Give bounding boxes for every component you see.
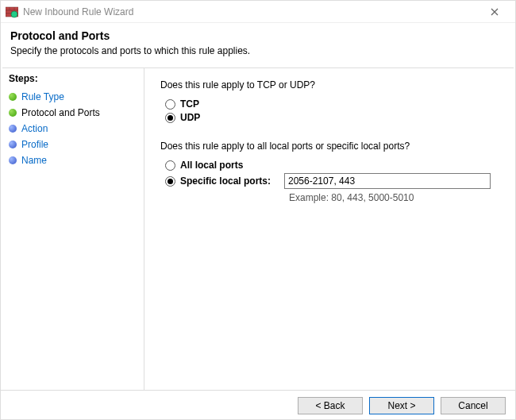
radio-label: All local ports [180, 160, 243, 171]
radio-udp[interactable]: UDP [165, 112, 499, 123]
radio-label: TCP [180, 98, 199, 110]
bullet-icon [9, 109, 17, 117]
radio-icon [165, 176, 175, 187]
wizard-footer: < Back Next > Cancel [1, 390, 515, 420]
svg-point-6 [11, 11, 17, 17]
step-protocol-and-ports[interactable]: Protocol and Ports [9, 105, 136, 121]
title-bar: New Inbound Rule Wizard [1, 1, 515, 23]
steps-heading: Steps: [9, 73, 136, 84]
radio-specific-local-ports[interactable]: Specific local ports: [165, 173, 499, 189]
protocol-radio-group: TCP UDP [165, 98, 499, 123]
radio-label: UDP [180, 112, 200, 123]
bullet-icon [9, 156, 17, 164]
cancel-button[interactable]: Cancel [441, 397, 506, 414]
bullet-icon [9, 93, 17, 101]
step-label: Protocol and Ports [21, 107, 100, 118]
ports-question: Does this rule apply to all local ports … [160, 141, 499, 152]
steps-sidebar: Steps: Rule Type Protocol and Ports Acti… [1, 68, 144, 390]
page-title: Protocol and Ports [10, 29, 506, 42]
radio-icon [165, 99, 175, 110]
wizard-body: Steps: Rule Type Protocol and Ports Acti… [1, 68, 515, 390]
close-icon[interactable] [479, 2, 510, 22]
specific-ports-input[interactable] [284, 173, 491, 189]
svg-rect-0 [6, 7, 18, 10]
radio-label: Specific local ports: [180, 175, 271, 187]
step-rule-type[interactable]: Rule Type [9, 89, 136, 105]
radio-tcp[interactable]: TCP [165, 98, 499, 110]
ports-example: Example: 80, 443, 5000-5010 [289, 192, 499, 203]
radio-icon [165, 160, 175, 171]
step-label: Name [21, 155, 47, 166]
wizard-content: Does this rule apply to TCP or UDP? TCP … [144, 68, 515, 390]
step-label: Action [21, 123, 48, 134]
protocol-question: Does this rule apply to TCP or UDP? [160, 79, 499, 91]
firewall-icon [6, 6, 18, 18]
wizard-header: Protocol and Ports Specify the protocols… [1, 23, 515, 67]
radio-all-local-ports[interactable]: All local ports [165, 160, 499, 171]
step-action[interactable]: Action [9, 121, 136, 137]
bullet-icon [9, 125, 17, 133]
bullet-icon [9, 141, 17, 148]
step-profile[interactable]: Profile [9, 137, 136, 152]
next-button[interactable]: Next > [369, 397, 434, 414]
back-button[interactable]: < Back [298, 397, 363, 414]
window-title: New Inbound Rule Wizard [23, 6, 479, 17]
ports-radio-group: All local ports Specific local ports: Ex… [165, 160, 499, 203]
step-label: Rule Type [21, 91, 64, 102]
step-name[interactable]: Name [9, 152, 136, 168]
page-subtitle: Specify the protocols and ports to which… [10, 45, 506, 56]
radio-icon [165, 113, 175, 123]
step-label: Profile [21, 139, 48, 150]
